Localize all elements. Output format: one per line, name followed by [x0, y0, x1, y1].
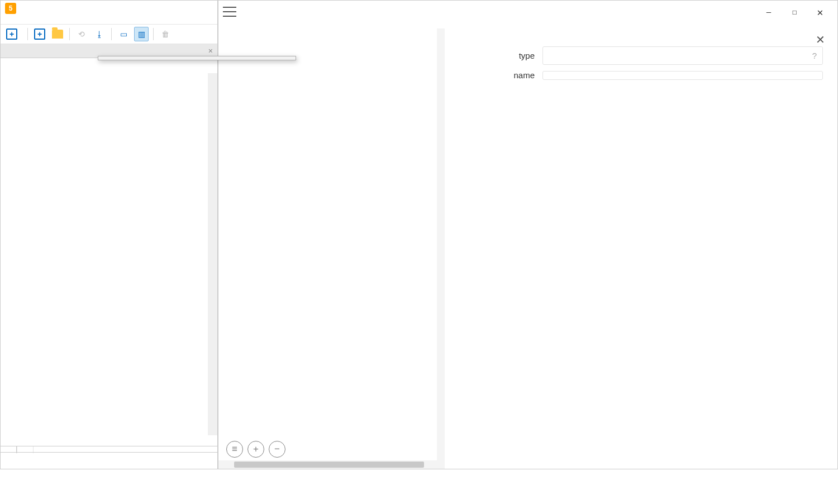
prop-type-value[interactable]: ? [542, 46, 823, 65]
properties-panel: ✕ type ? name [445, 23, 837, 469]
layout-button[interactable]: ▭ [116, 27, 131, 41]
netron-titlebar: — ☐ ✕ [218, 1, 837, 23]
plus-icon: + [34, 28, 45, 40]
hamburger-icon[interactable] [223, 7, 236, 17]
toolbar: + + ⟲ ⭳ ▭ ▥ 🗑 [1, 24, 217, 44]
minimize-button[interactable]: — [756, 3, 782, 21]
status-bar [1, 452, 217, 469]
close-icon[interactable]: ✕ [816, 33, 825, 46]
prop-name-value[interactable] [542, 71, 823, 80]
layout-h-button[interactable]: ▥ [134, 27, 149, 41]
app-icon: 5 [5, 3, 16, 14]
new-button[interactable]: + [5, 27, 23, 41]
menu-bar [1, 16, 217, 24]
plus-icon: + [6, 28, 17, 40]
undo-button[interactable]: ⟲ [74, 27, 89, 41]
graph-scrollbar-v[interactable] [437, 28, 445, 463]
prop-name-label: name [459, 70, 535, 80]
navigator-close-icon[interactable]: × [208, 46, 213, 55]
context-menu [98, 56, 296, 60]
trash-button[interactable]: 🗑 [158, 27, 173, 41]
help-icon[interactable]: ? [812, 51, 817, 60]
zoom-in-button[interactable]: + [247, 441, 264, 458]
zoom-out-button[interactable]: − [269, 441, 285, 458]
window-controls: — ☐ ✕ [756, 3, 833, 21]
graph-canvas[interactable]: ≡ + − [218, 23, 445, 469]
graph-scroll-thumb[interactable] [234, 462, 424, 468]
menu-icon[interactable]: ≡ [226, 441, 243, 458]
close-button[interactable]: ✕ [807, 3, 833, 21]
download-button[interactable]: ⭳ [92, 27, 107, 41]
prop-type-label: type [459, 51, 535, 60]
graph-scrollbar-h[interactable] [218, 460, 445, 469]
title-bar: 5 [1, 1, 217, 16]
new-file-button[interactable]: + [32, 27, 47, 41]
open-folder-button[interactable] [50, 27, 65, 41]
folder-icon [52, 30, 63, 39]
metaeditor-window: 5 + + ⟲ ⭳ ▭ ▥ 🗑 × [0, 0, 218, 469]
nav-scrollbar[interactable] [208, 73, 217, 435]
zoom-controls: ≡ + − [226, 441, 285, 458]
netron-window: — ☐ ✕ ≡ + − ✕ type ? [218, 0, 838, 469]
maximize-button[interactable]: ☐ [782, 3, 807, 21]
